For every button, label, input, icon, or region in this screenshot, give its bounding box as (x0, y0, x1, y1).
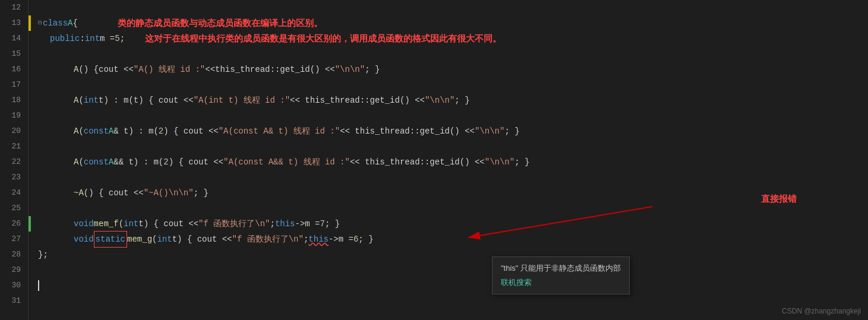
ref-20: & t) : m( (113, 123, 159, 139)
code-line-28: }; (38, 247, 868, 262)
paren-20a: ( (78, 123, 83, 139)
kw-int-18: int (84, 93, 99, 108)
indicator-line-13 (29, 15, 31, 31)
var-m: m = (100, 31, 115, 46)
this-kw-26: this (275, 216, 295, 232)
line-num-25: 25 (5, 201, 21, 216)
semi-22: ; } (515, 154, 529, 170)
line-num-19: 19 (5, 108, 21, 123)
thisthread-16: this_thread::get_id() << (215, 62, 335, 77)
code-line-23 (38, 170, 868, 185)
error-tooltip[interactable]: "this" 只能用于非静态成员函数内部 联机搜索 (492, 256, 630, 294)
param-t-26: t) { cout << (138, 216, 198, 232)
close-brace-28: }; (38, 247, 48, 262)
semi-16: ; } (365, 62, 380, 77)
func-A-default: A (74, 62, 78, 77)
func-destructor: ~A (74, 185, 84, 201)
str-18: "A(int t) 线程 id :" (194, 93, 290, 108)
semi-14: ; (120, 31, 125, 46)
this-error-27: this (308, 232, 329, 247)
paren-22a: ( (78, 154, 83, 170)
line-num-29: 29 (5, 262, 21, 278)
code-line-19 (38, 108, 868, 123)
colon-14: : (80, 31, 84, 46)
shift-16a: << (205, 62, 215, 77)
code-line-21 (38, 139, 868, 154)
paren-24: () { cout << (84, 185, 144, 201)
close-27: ; } (358, 232, 373, 247)
code-line-14: public : int m = 5 ; 这对于在线程中执行类的成员函数是有很大… (38, 31, 868, 46)
str-16: "A() 线程 id :" (134, 62, 205, 77)
str-20: "A(const A& t) 线程 id :" (219, 123, 340, 139)
type-A-20: A (109, 123, 113, 139)
code-line-26: void mem_f ( int t) { cout << "f 函数执行了\n… (38, 216, 868, 232)
line-num-26: 26 (5, 216, 21, 232)
direct-error-annotation: 直接报错 (761, 194, 797, 205)
line-num-23: 23 (5, 170, 21, 185)
func-A-constrref: A (74, 154, 78, 170)
line-num-16: 16 (5, 62, 21, 77)
kw-const-20: const (84, 123, 109, 139)
indicator-line-26 (29, 216, 31, 232)
tooltip-online-search[interactable]: 联机搜索 (501, 278, 532, 287)
line-num-14: 14 (5, 31, 21, 46)
shift-22: << this_thread::get_id() << (350, 154, 485, 170)
str-24: "~A()\n\n" (144, 185, 194, 201)
keyword-int-14: int (85, 31, 100, 46)
line-num-31: 31 (5, 293, 21, 309)
code-editor: 12 13 14 15 16 17 18 19 20 21 22 23 24 2… (0, 0, 868, 320)
line-num-12: 12 (5, 0, 21, 15)
line-num-28: 28 (5, 247, 21, 262)
line-num-30: 30 (5, 278, 21, 293)
line-num-17: 17 (5, 77, 21, 93)
num-5: 5 (115, 31, 119, 46)
kw-const-22: const (84, 154, 109, 170)
collapse-icon-13[interactable]: ⊟ (38, 15, 42, 31)
semi-18: ; } (454, 93, 469, 108)
line-num-24: 24 (5, 185, 21, 201)
arrow-26: ->m = (295, 216, 320, 232)
line-num-20: 20 (5, 123, 21, 139)
shift-18: << this_thread::get_id() << (290, 93, 425, 108)
code-line-30 (38, 278, 868, 293)
arrow-27: ->m = (329, 232, 353, 247)
code-line-16: A () { cout << "A() 线程 id :" << this_thr… (38, 62, 868, 77)
semi2-26: ; (270, 216, 275, 232)
paren-27: ( (152, 232, 157, 247)
kw-void-26: void (74, 216, 94, 232)
kw-int-27: int (157, 232, 172, 247)
type-A-22: A (109, 154, 113, 170)
kw-int-26: int (124, 216, 138, 232)
num-6-27: 6 (353, 232, 358, 247)
this-kw-27: this (308, 235, 329, 244)
direct-error-text: 直接报错 (761, 194, 797, 204)
code-line-27: void static mem_g ( int t) { cout << "f … (38, 232, 868, 247)
str-18b: "\n\n" (425, 93, 454, 108)
csdn-watermark: CSDN @zhangzhangkeji (782, 307, 861, 315)
brace-open-13: { (72, 15, 77, 31)
body-22: ) { cout << (169, 154, 223, 170)
param-t-18: t) : m(t) { cout << (99, 93, 194, 108)
str-22b: "\n\n" (485, 154, 515, 170)
paren-16: () { (78, 62, 99, 77)
line-num-18: 18 (5, 93, 21, 108)
code-line-17 (38, 77, 868, 93)
line-numbers: 12 13 14 15 16 17 18 19 20 21 22 23 24 2… (0, 0, 29, 320)
annotation-title: 类的静态成员函数与动态成员函数在编译上的区别。 (118, 15, 323, 31)
body-20: ) { cout << (163, 123, 218, 139)
num-2-22: 2 (163, 154, 168, 170)
code-line-13: ⊟ class A { 类的静态成员函数与动态成员函数在编译上的区别。 (38, 15, 868, 31)
keyword-static-box: static (94, 231, 127, 248)
line-num-22: 22 (5, 154, 21, 170)
line-num-27: 27 (5, 232, 21, 247)
str-27: "f 函数执行了\n" (232, 232, 304, 247)
code-line-29 (38, 262, 868, 278)
class-name-A: A (68, 15, 72, 31)
code-line-18: A ( int t) : m(t) { cout << "A(int t) 线程… (38, 93, 868, 108)
func-memf: mem_f (94, 216, 119, 232)
rref-22: && t) : m( (113, 154, 163, 170)
param-t-27: t) { cout << (172, 232, 232, 247)
code-line-20: A ( const A & t) : m( 2 ) { cout << "A(c… (38, 123, 868, 139)
str-16b: "\n\n" (335, 62, 365, 77)
num-2-20: 2 (159, 123, 163, 139)
